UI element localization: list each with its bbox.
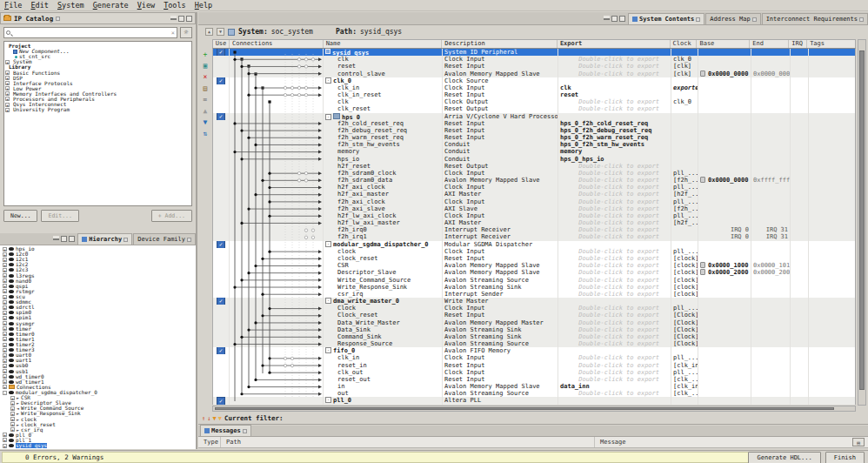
use-checkbox[interactable] [213,105,230,112]
clock-cell[interactable] [671,120,698,127]
scroll-thumb[interactable] [859,50,865,390]
clock-cell[interactable]: [clock] [671,262,698,269]
connections-cell[interactable] [230,305,324,312]
toolbar-icon[interactable]: ▼ [201,118,210,127]
use-checkbox[interactable] [213,205,230,212]
base-cell[interactable] [698,241,751,248]
export-cell[interactable]: hps_0_f2h_cold_reset_req [558,120,671,127]
base-cell[interactable] [698,305,751,312]
table-row[interactable]: hps_io Conduit hps_0_hps_io [213,156,855,163]
export-cell[interactable]: Double-click to export [558,284,671,291]
connections-cell[interactable] [230,212,324,219]
irq-cell[interactable] [791,170,809,177]
clock-cell[interactable]: [clock] [671,277,698,284]
col-path[interactable]: Path [221,437,595,447]
base-cell[interactable]: 0x0000_1000 [698,262,751,269]
connections-cell[interactable] [230,49,324,56]
base-cell[interactable] [698,98,751,105]
use-checkbox[interactable] [213,177,230,184]
use-checkbox[interactable] [213,212,230,219]
export-cell[interactable]: Double-click to export [558,390,671,397]
expand-icon[interactable] [3,258,7,262]
col-end[interactable]: End [750,40,789,48]
expand-icon[interactable] [10,412,15,416]
export-cell[interactable]: reset [558,91,671,98]
search-input[interactable] [12,30,170,37]
clock-cell[interactable] [671,226,698,233]
irq-cell[interactable] [791,177,809,184]
expand-icon[interactable] [3,247,7,252]
base-cell[interactable] [698,77,751,84]
base-cell[interactable] [698,255,751,262]
table-row[interactable]: h2f_lw_axi_master AXI Master Double-clic… [213,219,855,226]
use-checkbox[interactable] [213,262,230,269]
expand-icon[interactable] [3,348,7,352]
base-cell[interactable] [698,333,751,340]
connections-cell[interactable] [230,156,324,163]
toolbar-icon[interactable]: ▣ [201,62,210,70]
irq-cell[interactable] [791,284,809,291]
irq-cell[interactable] [791,397,809,404]
export-cell[interactable]: Double-click to export [558,226,671,233]
maximize-icon[interactable] [186,16,192,22]
base-cell[interactable] [698,205,751,212]
use-checkbox[interactable] [213,291,230,298]
float-icon[interactable] [611,16,618,22]
col-type[interactable]: Type [198,437,221,447]
expand-icon[interactable] [3,300,7,305]
clock-cell[interactable] [671,127,698,134]
export-cell[interactable]: Double-click to export [558,177,671,184]
col-clock[interactable]: Clock [671,40,698,48]
use-checkbox[interactable] [213,70,230,77]
irq-cell[interactable] [791,376,809,383]
base-cell[interactable] [698,248,751,255]
connections-cell[interactable] [230,397,324,404]
use-checkbox[interactable] [213,56,230,63]
clock-cell[interactable]: [clk] [671,63,698,70]
table-row[interactable]: clk_out Clock Input Double-click to expo… [213,369,855,376]
connections-cell[interactable] [230,269,324,276]
connections-cell[interactable] [230,333,324,340]
irq-cell[interactable] [791,205,809,212]
irq-cell[interactable] [791,262,809,269]
export-cell[interactable]: Double-click to export [558,98,671,105]
use-checkbox[interactable] [213,383,230,390]
panel-tab[interactable]: Device Family [133,233,196,245]
table-row[interactable]: f2h_debug_reset_req Reset Input hps_0_f2… [213,127,855,134]
use-checkbox[interactable] [213,198,230,205]
table-row[interactable]: clock_reset Reset Input Double-click to … [213,255,855,262]
table-row[interactable]: h2f_reset Reset Output Double-click to e… [213,163,855,170]
export-cell[interactable] [558,241,671,248]
clock-cell[interactable]: pll_... [671,369,698,376]
table-row[interactable]: Clock_reset Reset Input Double-click to … [213,312,855,319]
use-checkbox[interactable] [213,312,230,319]
irq-cell[interactable] [791,326,809,333]
use-checkbox[interactable] [213,113,230,120]
nav-up-icon[interactable]: ▲ [205,28,213,36]
use-checkbox[interactable] [213,141,230,148]
irq-cell[interactable] [791,383,809,390]
base-cell[interactable] [698,326,751,333]
use-checkbox[interactable] [213,340,230,347]
table-row[interactable]: modular_sgdma_dispatcher_0 Modular SGDMA… [213,241,855,248]
connections-cell[interactable] [230,248,324,255]
use-checkbox[interactable] [213,191,230,198]
base-cell[interactable] [698,127,751,134]
irq-cell[interactable] [791,277,809,284]
connections-cell[interactable] [230,277,324,284]
panel-tab[interactable]: Hierarchy [77,233,132,245]
expand-icon[interactable] [3,364,7,368]
export-cell[interactable]: Double-click to export [558,56,671,63]
message-filter-icon[interactable]: ▤ [852,438,865,446]
clock-cell[interactable]: [clk_... [671,390,698,397]
clock-cell[interactable]: [Clock] [671,340,698,347]
export-cell[interactable]: Double-click to export [558,319,671,326]
gear-icon[interactable]: ☼ [180,27,192,38]
connections-cell[interactable] [230,91,324,98]
table-row[interactable]: reset_out Reset Input Double-click to ex… [213,376,855,383]
main-tab[interactable]: Address Map [705,13,760,24]
table-row[interactable]: sysid_qsys System ID Peripheral [213,49,855,56]
connections-cell[interactable] [230,56,324,63]
filter-icon[interactable]: ▼ [218,415,222,422]
clock-cell[interactable] [671,163,698,170]
